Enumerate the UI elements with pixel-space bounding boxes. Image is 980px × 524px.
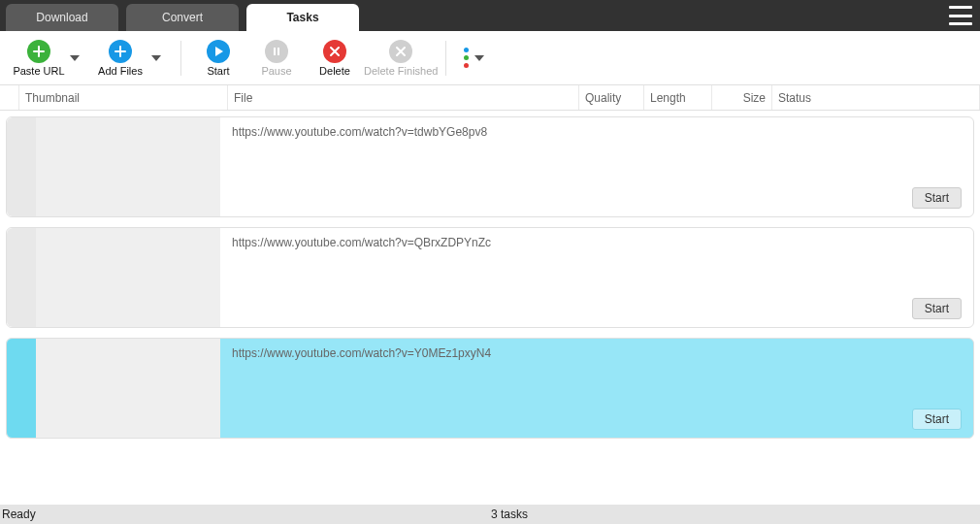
tab-convert[interactable]: Convert — [126, 4, 239, 31]
close-icon — [389, 40, 412, 63]
play-icon — [207, 40, 230, 63]
file-url: https://www.youtube.com/watch?v=QBrxZDPY… — [232, 236, 962, 249]
pause-button: Pause — [247, 34, 306, 82]
dots-icon — [464, 48, 469, 68]
table-row[interactable]: https://www.youtube.com/watch?v=QBrxZDPY… — [6, 227, 974, 328]
thumbnail-placeholder — [36, 339, 220, 438]
file-url: https://www.youtube.com/watch?v=Y0MEz1px… — [232, 346, 962, 360]
chevron-down-icon — [474, 55, 484, 61]
paste-url-button[interactable]: Paste URL — [10, 34, 68, 82]
task-list: https://www.youtube.com/watch?v=tdwbYGe8… — [0, 111, 980, 505]
separator — [445, 41, 446, 76]
col-thumbnail[interactable]: Thumbnail — [19, 85, 228, 110]
row-start-button[interactable]: Start — [912, 409, 962, 430]
tab-tasks[interactable]: Tasks — [246, 4, 359, 31]
thumbnail-placeholder — [36, 228, 220, 327]
file-url: https://www.youtube.com/watch?v=tdwbYGe8… — [232, 125, 962, 139]
tab-download[interactable]: Download — [6, 4, 118, 31]
status-task-count: 3 tasks — [491, 508, 980, 521]
paste-url-dropdown-icon[interactable] — [70, 55, 80, 61]
delete-finished-button: Delete Finished — [364, 34, 438, 82]
plus-icon — [109, 40, 132, 63]
close-icon — [323, 40, 346, 63]
row-start-button[interactable]: Start — [912, 298, 962, 319]
delete-button[interactable]: Delete — [306, 34, 364, 82]
add-files-dropdown-icon[interactable] — [151, 55, 161, 61]
plus-icon — [27, 40, 50, 63]
table-row[interactable]: https://www.youtube.com/watch?v=Y0MEz1px… — [6, 338, 974, 439]
separator — [180, 41, 181, 76]
toolbar: Paste URL Add Files Start Pause Delete D… — [0, 31, 980, 85]
pause-icon — [265, 40, 288, 63]
start-button[interactable]: Start — [189, 34, 247, 82]
row-start-button[interactable]: Start — [912, 187, 962, 209]
col-status[interactable]: Status — [772, 85, 980, 110]
status-ready: Ready — [0, 508, 491, 521]
status-bar: Ready 3 tasks — [0, 505, 980, 524]
table-row[interactable]: https://www.youtube.com/watch?v=tdwbYGe8… — [6, 116, 974, 217]
column-header: Thumbnail File Quality Length Size Statu… — [0, 85, 980, 111]
options-button[interactable] — [454, 34, 493, 82]
tab-bar: Download Convert Tasks — [0, 0, 980, 31]
menu-icon[interactable] — [949, 6, 972, 25]
col-file[interactable]: File — [228, 85, 579, 110]
col-length[interactable]: Length — [644, 85, 712, 110]
col-quality[interactable]: Quality — [579, 85, 644, 110]
row-handle — [7, 117, 36, 216]
row-handle — [7, 228, 36, 327]
row-handle — [7, 339, 36, 438]
thumbnail-placeholder — [36, 117, 220, 216]
add-files-button[interactable]: Add Files — [91, 34, 149, 82]
col-size[interactable]: Size — [712, 85, 772, 110]
